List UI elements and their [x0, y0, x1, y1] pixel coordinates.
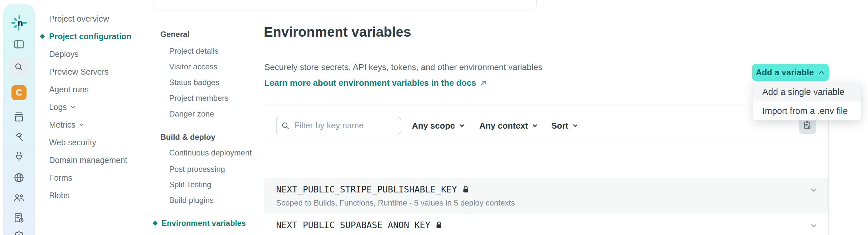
config-active-label: Environment variables: [162, 218, 246, 228]
claude-badge-letter: C: [16, 87, 22, 98]
import-clipboard-icon: [802, 120, 813, 130]
arrow-up-right-icon: [479, 79, 487, 87]
add-variable-menu: Add a single variable Import from a .env…: [753, 83, 861, 120]
config-item-visitor-access[interactable]: Visitor access: [169, 62, 218, 71]
active-diamond-icon: [40, 34, 45, 39]
docs-link[interactable]: Learn more about environment variables i…: [265, 78, 487, 88]
svg-text:n: n: [17, 18, 23, 28]
extensions-icon[interactable]: [12, 151, 26, 164]
panel-toggle-icon[interactable]: [12, 37, 26, 51]
menu-item-import-env-file[interactable]: Import from a .env file: [753, 101, 861, 120]
table-row[interactable]: NEXT_PUBLIC_STRIPE_PUBLISHABLE_KEY Scope…: [264, 178, 829, 214]
chevron-down-icon: [809, 222, 818, 230]
chevron-up-icon: [818, 69, 825, 76]
row-expand-chevron[interactable]: [809, 186, 818, 195]
table-row[interactable]: NEXT_PUBLIC_APP_URL Scoped to Builds, Fu…: [264, 141, 829, 178]
chevron-down-icon: [532, 122, 538, 129]
config-item-danger-zone[interactable]: Danger zone: [169, 109, 214, 118]
top-cut-card: [154, 0, 536, 9]
config-item-project-members[interactable]: Project members: [169, 94, 228, 103]
project-nav: Project overview Project configuration D…: [49, 10, 131, 204]
config-item-environment-variables[interactable]: Environment variables: [162, 218, 246, 228]
nav-label: Blobs: [49, 191, 70, 200]
config-item-status-badges[interactable]: Status badges: [169, 78, 219, 87]
page-title: Environment variables: [264, 24, 411, 40]
nav-item-blobs[interactable]: Blobs: [49, 186, 131, 204]
filter-key-input[interactable]: [293, 120, 396, 131]
nav-item-logs[interactable]: Logs: [49, 98, 131, 116]
nav-label: Deploys: [49, 50, 79, 59]
nav-label: Forms: [49, 173, 72, 183]
config-item-build-plugins[interactable]: Build plugins: [169, 196, 214, 205]
nav-label: Web security: [49, 138, 96, 147]
chevron-down-icon: [809, 186, 818, 195]
claude-badge-icon[interactable]: C: [11, 85, 27, 100]
nav-item-forms[interactable]: Forms: [49, 169, 131, 186]
filter-search-field[interactable]: [276, 117, 401, 134]
context-filter-dropdown[interactable]: Any context: [479, 120, 538, 131]
chevron-down-icon: [572, 122, 579, 129]
security-shield-icon[interactable]: [12, 230, 26, 235]
config-item-continuous-deployment[interactable]: Continuous deployment: [169, 148, 252, 157]
nav-item-domain-management[interactable]: Domain management: [49, 151, 131, 169]
search-icon[interactable]: [9, 58, 28, 77]
config-item-post-processing[interactable]: Post processing: [169, 165, 225, 174]
nav-item-metrics[interactable]: Metrics: [49, 116, 131, 134]
page-description: Securely store secrets, API keys, tokens…: [265, 62, 542, 72]
row-expand-chevron[interactable]: [809, 222, 818, 230]
variable-key: NEXT_PUBLIC_SUPABASE_ANON_KEY: [276, 220, 430, 230]
build-tools-icon[interactable]: [12, 131, 26, 144]
lock-icon: [462, 185, 469, 194]
add-variable-label: Add a variable: [756, 67, 814, 78]
netlify-logo-icon[interactable]: n: [10, 14, 28, 32]
nav-label: Agent runs: [49, 85, 89, 94]
magnifier-icon: [281, 121, 289, 130]
sort-dropdown[interactable]: Sort: [551, 120, 579, 131]
active-diamond-icon: [153, 221, 158, 226]
context-filter-label: Any context: [479, 121, 528, 131]
icon-rail: n C: [3, 4, 35, 235]
config-item-split-testing[interactable]: Split Testing: [169, 180, 211, 189]
chevron-down-icon: [459, 122, 465, 129]
nav-label: Domain management: [49, 155, 127, 165]
nav-label: Project configuration: [49, 32, 131, 41]
config-item-project-details[interactable]: Project details: [169, 47, 219, 56]
variable-meta: Scoped to Builds, Functions, Runtime · 5…: [276, 198, 515, 207]
nav-item-web-security[interactable]: Web security: [49, 134, 131, 151]
variable-key: NEXT_PUBLIC_STRIPE_PUBLISHABLE_KEY: [276, 184, 457, 195]
menu-item-add-single-variable[interactable]: Add a single variable: [753, 83, 861, 101]
nav-item-agent-runs[interactable]: Agent runs: [49, 81, 131, 98]
nav-item-deploys[interactable]: Deploys: [49, 45, 131, 63]
nav-label: Metrics: [49, 120, 75, 129]
variable-meta: Scoped to Builds, Functions, Runtime · 5…: [276, 233, 515, 235]
scope-filter-dropdown[interactable]: Any scope: [412, 120, 465, 131]
nav-item-preview-servers[interactable]: Preview Servers: [49, 63, 131, 81]
chevron-down-icon: [79, 122, 85, 128]
team-icon[interactable]: [12, 192, 26, 205]
deploys-icon[interactable]: [12, 111, 26, 124]
nav-label: Logs: [49, 102, 67, 112]
nav-label: Preview Servers: [49, 67, 108, 77]
audit-log-icon[interactable]: [12, 211, 26, 225]
environment-variables-card: Any scope Any context Sort NEXT_PUBLIC_A…: [264, 104, 829, 235]
table-row[interactable]: NEXT_PUBLIC_SUPABASE_ANON_KEY Scoped to …: [264, 214, 829, 235]
sort-label: Sort: [551, 121, 568, 131]
nav-label: Project overview: [49, 14, 109, 24]
nav-item-project-overview[interactable]: Project overview: [49, 10, 131, 28]
add-variable-button[interactable]: Add a variable: [752, 64, 829, 81]
config-section-build-deploy: Build & deploy: [160, 133, 215, 142]
chevron-down-icon: [70, 104, 76, 110]
config-section-general: General: [160, 30, 189, 39]
domains-globe-icon[interactable]: [12, 171, 26, 184]
scope-filter-label: Any scope: [412, 121, 455, 131]
nav-item-project-configuration[interactable]: Project configuration: [49, 28, 131, 45]
lock-icon: [435, 221, 443, 229]
docs-link-label: Learn more about environment variables i…: [265, 78, 476, 88]
